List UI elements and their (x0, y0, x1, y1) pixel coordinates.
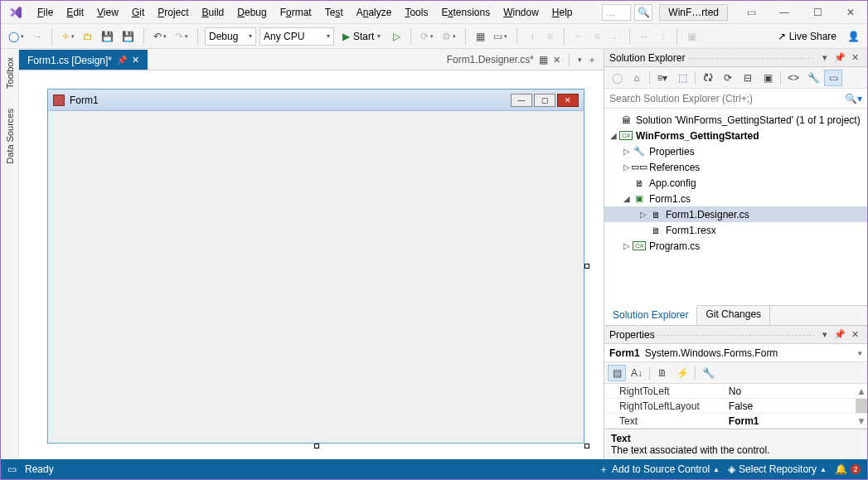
menu-tools[interactable]: Tools (398, 3, 434, 22)
tab-close-icon[interactable]: ✕ (553, 55, 560, 65)
align-middle-button[interactable]: ≡ (589, 27, 604, 46)
prop-row[interactable]: RightToLeftNo▲ (604, 384, 867, 399)
add-source-control-button[interactable]: ＋Add to Source Control▲ (599, 463, 720, 477)
new-item-button[interactable]: ✧ (59, 27, 77, 46)
prop-row[interactable]: RightToLeftLayoutFalse (604, 399, 867, 414)
menu-git[interactable]: Git (125, 3, 151, 22)
menu-build[interactable]: Build (196, 3, 231, 22)
tree-form1cs[interactable]: ◢▣Form1.cs (604, 191, 867, 206)
minimize-icon[interactable]: — (768, 2, 801, 23)
menu-help[interactable]: Help (546, 3, 579, 22)
tree-solution[interactable]: 🏛Solution 'WinForms_GettingStarted' (1 o… (604, 112, 867, 128)
panel-close-icon[interactable]: ✕ (847, 328, 862, 342)
tab-overflow-icon[interactable]: ▾ (578, 56, 582, 64)
align-bottom-button[interactable]: ⫠ (608, 27, 623, 46)
se-code-icon[interactable]: <> (784, 70, 803, 86)
toolbox-tab[interactable]: Toolbox (3, 54, 17, 92)
pin-icon[interactable]: 📌 (117, 56, 127, 65)
solution-name-box[interactable]: WinF…rted (659, 4, 728, 21)
search-icon[interactable]: 🔍 (634, 4, 652, 21)
se-switch-views-icon[interactable]: ≡▾ (653, 70, 672, 86)
start-debug-button[interactable]: ▶Start▾ (337, 27, 386, 46)
se-pending-icon[interactable]: ⬚ (673, 70, 691, 86)
start-without-debug-button[interactable]: ▷ (389, 27, 404, 46)
form-close-icon[interactable]: ✕ (557, 94, 579, 107)
window-control-bar-icon[interactable]: ▭ (735, 2, 768, 23)
align-grid-button[interactable]: ▦ (473, 27, 487, 46)
layout-button[interactable]: ▭ (491, 27, 510, 46)
quick-launch-input[interactable]: … (602, 4, 631, 21)
live-share-button[interactable]: ↗Live Share (773, 31, 841, 42)
vspacing-button[interactable]: ↕ (655, 27, 670, 46)
se-search-icon[interactable]: 🔍▾ (845, 93, 862, 104)
menu-extensions[interactable]: Extensions (434, 3, 497, 22)
platform-combo[interactable]: Any CPU (259, 27, 334, 46)
properties-object-combo[interactable]: Form1System.Windows.Forms.Form (604, 344, 867, 362)
form-maximize-icon[interactable]: ▢ (534, 94, 555, 107)
panel-menu-icon[interactable]: ▾ (817, 328, 832, 342)
se-search-input[interactable] (609, 93, 845, 104)
menu-edit[interactable]: Edit (60, 3, 90, 22)
tree-properties[interactable]: ▷🔧Properties (604, 143, 867, 159)
prop-props-icon[interactable]: 🗎 (653, 365, 672, 381)
tab-form1-design[interactable]: Form1.cs [Design]* 📌 ✕ (19, 50, 148, 70)
menu-window[interactable]: Window (497, 3, 546, 22)
se-properties-icon[interactable]: 🔧 (804, 70, 822, 86)
tree-program-cs[interactable]: ▷C#Program.cs (604, 238, 867, 254)
config-combo[interactable]: Debug (205, 27, 256, 46)
close-icon[interactable]: ✕ (834, 2, 867, 23)
tree-project[interactable]: ◢C#WinForms_GettingStarted (604, 128, 867, 143)
menu-project[interactable]: Project (151, 3, 195, 22)
panel-pin-icon[interactable]: 📌 (832, 328, 847, 342)
output-icon[interactable]: ▭ (7, 463, 17, 475)
prop-events-icon[interactable]: ⚡ (673, 365, 691, 381)
se-preview-icon[interactable]: ▭ (824, 70, 842, 86)
panel-close-icon[interactable]: ✕ (847, 51, 862, 65)
save-all-button[interactable]: 💾 (119, 27, 137, 46)
align-center-button[interactable]: ≡ (542, 27, 557, 46)
tree-references[interactable]: ▷▭▭References (604, 159, 867, 175)
tab-close-icon[interactable]: ✕ (132, 55, 139, 65)
maximize-icon[interactable]: ☐ (801, 2, 834, 23)
nav-forward-button[interactable]: → (30, 27, 45, 46)
menu-test[interactable]: Test (318, 3, 350, 22)
form-designer-surface[interactable]: Form1 — ▢ ✕ (19, 70, 604, 459)
menu-file[interactable]: File (31, 3, 60, 22)
nav-back-button[interactable]: ◯ (6, 27, 27, 46)
redo-button[interactable]: ↷ (172, 27, 191, 46)
align-left-button[interactable]: ⫞ (524, 27, 539, 46)
properties-grid[interactable]: RightToLeftNo▲ RightToLeftLayoutFalse Te… (604, 384, 867, 429)
tab-form1-designer-cs[interactable]: Form1.Designer.cs* ▦ ✕ ▾ ＋ (440, 50, 604, 70)
se-home-icon[interactable]: ⌂ (628, 70, 646, 86)
prop-pages-icon[interactable]: 🔧 (699, 365, 717, 381)
menu-view[interactable]: View (90, 3, 125, 22)
panel-pin-icon[interactable]: 📌 (832, 51, 847, 65)
se-collapse-icon[interactable]: ⊟ (739, 70, 757, 86)
notifications-button[interactable]: 🔔2 (835, 463, 861, 475)
hspacing-button[interactable]: ↔ (637, 27, 652, 46)
tab-git-changes[interactable]: Git Changes (697, 306, 770, 325)
data-sources-tab[interactable]: Data Sources (3, 105, 17, 167)
se-sync-icon[interactable]: 🗘 (699, 70, 717, 86)
undo-button[interactable]: ↶ (151, 27, 169, 46)
se-refresh-icon[interactable]: ⟳ (719, 70, 737, 86)
prop-categorized-icon[interactable]: ▤ (608, 365, 626, 381)
se-show-all-icon[interactable]: ▣ (759, 70, 777, 86)
bring-front-button[interactable]: ▣ (684, 27, 699, 46)
solution-tree[interactable]: 🏛Solution 'WinForms_GettingStarted' (1 o… (604, 109, 867, 305)
resize-handle-corner[interactable] (584, 444, 589, 448)
tab-add-icon[interactable]: ＋ (587, 53, 597, 67)
se-back-icon[interactable]: ◯ (608, 70, 626, 86)
resize-handle-right[interactable] (584, 264, 589, 269)
align-top-button[interactable]: ⫟ (571, 27, 586, 46)
prop-alpha-icon[interactable]: A↓ (628, 365, 646, 381)
menu-format[interactable]: Format (274, 3, 318, 22)
tree-appconfig[interactable]: 🗎App.config (604, 175, 867, 191)
form-minimize-icon[interactable]: — (511, 94, 532, 107)
feedback-icon[interactable]: 👤 (845, 27, 862, 46)
open-button[interactable]: 🗀 (80, 27, 95, 46)
save-button[interactable]: 💾 (99, 27, 116, 46)
form1-window[interactable]: Form1 — ▢ ✕ (47, 89, 584, 444)
panel-menu-icon[interactable]: ▾ (817, 51, 832, 65)
tab-solution-explorer[interactable]: Solution Explorer (604, 305, 697, 325)
